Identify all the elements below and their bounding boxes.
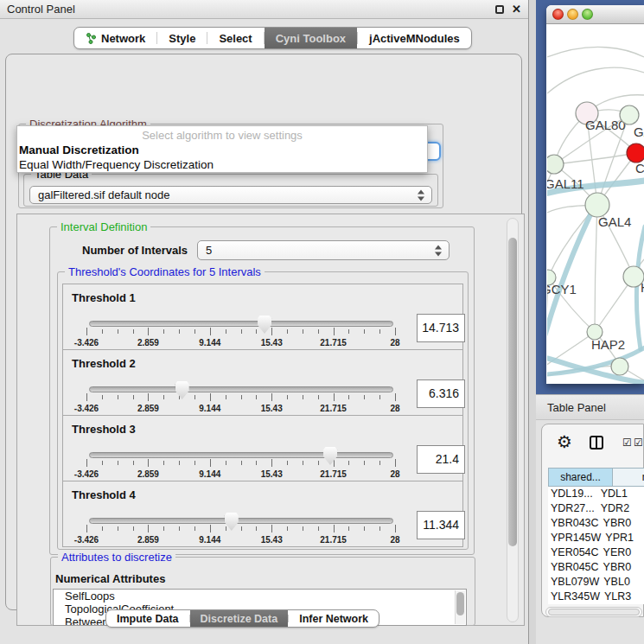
table-row[interactable]: YLR345WYLR3 <box>548 590 644 604</box>
tick-mark <box>118 461 118 465</box>
threshold-block-1: Threshold 1-3.4262.8599.14415.4321.71528… <box>62 284 463 350</box>
slider-thumb[interactable] <box>258 316 271 334</box>
number-of-intervals-combobox[interactable]: 5 <box>197 240 450 260</box>
horizontal-scrollbar-thumb[interactable] <box>548 609 640 615</box>
tab-jactivemnodules[interactable]: jActiveMNodules <box>358 28 471 48</box>
interval-definition-title: Interval Definition <box>57 220 150 233</box>
threshold-value-field[interactable]: 6.316 <box>417 379 465 408</box>
tick-label: 21.715 <box>320 469 347 479</box>
column-header-name[interactable]: n <box>613 468 644 487</box>
threshold-block-3: Threshold 3-3.4262.8599.14415.4321.71528… <box>62 415 463 481</box>
node-unlabeled[interactable] <box>611 358 628 375</box>
tick-mark <box>118 526 118 531</box>
threshold-value-field[interactable]: 21.4 <box>417 445 465 474</box>
tick-mark <box>287 526 288 531</box>
cell-name: YPR1 <box>601 531 644 545</box>
threshold-slider[interactable]: -3.4262.8599.14415.4321.71528 <box>86 450 395 481</box>
tick-mark <box>226 329 226 334</box>
node-gal11[interactable] <box>547 155 564 174</box>
tick-mark <box>163 526 164 531</box>
algorithm-option-manual-discretization[interactable]: Manual Discretization <box>17 143 427 158</box>
tick-label: 15.43 <box>261 404 283 413</box>
table-row[interactable]: YBR043CYBR0 <box>548 516 644 531</box>
tab-select[interactable]: Select <box>207 28 263 48</box>
cell-shared-name: YLR345W <box>548 590 600 604</box>
network-canvas[interactable]: GAL80GACGAL11GAL4GCY1HHAP2 <box>547 24 644 384</box>
tick-mark <box>194 461 195 465</box>
attribute-item-selfloops[interactable]: SelfLoops <box>54 590 466 603</box>
tick-mark <box>210 525 211 532</box>
table-horizontal-scrollbar[interactable] <box>545 607 642 617</box>
checkbox-icon[interactable]: ☑ <box>622 437 632 449</box>
tick-mark <box>395 328 396 335</box>
threshold-value-field[interactable]: 11.344 <box>417 511 465 539</box>
algorithm-option-equal-width-frequency-discretization[interactable]: Equal Width/Frequency Discretization <box>17 158 427 173</box>
close-icon[interactable]: ✕ <box>512 3 521 16</box>
slider-thumb[interactable] <box>225 513 239 531</box>
tick-mark <box>226 395 226 399</box>
gear-icon[interactable]: ⚙ <box>557 433 572 450</box>
panel-vertical-scrollbar[interactable] <box>507 218 519 622</box>
tick-label: 28 <box>390 469 399 479</box>
threshold-value-field[interactable]: 14.713 <box>417 314 465 342</box>
tick-mark <box>395 525 396 532</box>
combo-stepper-icon[interactable] <box>435 245 442 256</box>
tick-mark <box>256 329 257 334</box>
tick-mark <box>241 526 242 531</box>
table-row[interactable]: YDR27...YDR2 <box>548 501 644 516</box>
threshold-block-2: Threshold 2-3.4262.8599.14415.4321.71528… <box>62 349 463 416</box>
tick-label: 2.859 <box>137 338 159 348</box>
list-scrollbar-thumb[interactable] <box>456 592 464 615</box>
cell-name: YBR0 <box>599 560 644 575</box>
close-traffic-light[interactable] <box>552 9 564 20</box>
threshold-label: Threshold 1 <box>72 291 136 304</box>
table-data-value: galFiltered.sif default node <box>38 188 169 201</box>
node-label-h: H <box>641 280 644 295</box>
tick-mark <box>256 526 257 531</box>
tick-mark <box>102 395 103 399</box>
dropdown-options: Manual DiscretizationEqual Width/Frequen… <box>17 143 427 172</box>
table-row[interactable]: YBR045CYBR0 <box>548 560 644 575</box>
table-data-combobox[interactable]: galFiltered.sif default node <box>29 186 432 204</box>
tick-mark <box>179 526 180 531</box>
tab-impute-data[interactable]: Impute Data <box>106 610 189 627</box>
list-scrollbar[interactable] <box>455 590 465 624</box>
minimize-traffic-light[interactable] <box>567 9 578 20</box>
table-row[interactable]: YBL079WYBL0 <box>548 575 644 590</box>
combo-stepper-icon[interactable] <box>418 189 424 201</box>
tab-style[interactable]: Style <box>157 28 207 48</box>
node-ga[interactable] <box>620 105 639 124</box>
tick-mark <box>364 395 365 399</box>
table-row[interactable]: YER054CYER0 <box>548 545 644 560</box>
node-label-gal80: GAL80 <box>585 118 626 132</box>
threshold-slider[interactable]: -3.4262.8599.14415.4321.71528 <box>86 319 395 350</box>
node-c[interactable] <box>627 143 644 163</box>
cell-name: YLR3 <box>600 590 644 604</box>
tab-network[interactable]: Network <box>74 28 156 48</box>
slider-thumb[interactable] <box>323 447 337 465</box>
zoom-traffic-light[interactable] <box>582 9 593 20</box>
threshold-slider[interactable]: -3.4262.8599.14415.4321.71528 <box>86 385 395 416</box>
column-header-shared-name[interactable]: shared... <box>548 468 613 487</box>
panel-scrollbar-thumb[interactable] <box>508 238 517 546</box>
split-columns-icon[interactable] <box>590 436 603 450</box>
tab-discretize-data[interactable]: Discretize Data <box>190 610 289 627</box>
table-row[interactable]: YPR145WYPR1 <box>548 531 644 545</box>
node-gal4[interactable] <box>585 193 609 217</box>
tick-mark <box>334 393 335 401</box>
table-row[interactable]: YDL19...YDL1 <box>548 487 644 501</box>
slider-thumb[interactable] <box>175 381 189 399</box>
tab-infer-network[interactable]: Infer Network <box>289 610 379 627</box>
cell-name: YBR0 <box>599 516 644 531</box>
tab-cyni-toolbox[interactable]: Cyni Toolbox <box>265 28 357 48</box>
threshold-slider[interactable]: -3.4262.8599.14415.4321.71528 <box>86 516 395 547</box>
tick-mark <box>163 461 164 465</box>
cell-shared-name: YBR045C <box>548 560 599 575</box>
float-window-icon[interactable] <box>495 5 504 14</box>
tick-mark <box>241 461 242 465</box>
tick-mark <box>148 393 149 401</box>
tick-label: 2.859 <box>137 535 159 545</box>
checkbox-icon[interactable]: ☑ <box>634 437 643 449</box>
tick-mark <box>303 329 303 334</box>
cell-shared-name: YBR043C <box>548 516 599 531</box>
